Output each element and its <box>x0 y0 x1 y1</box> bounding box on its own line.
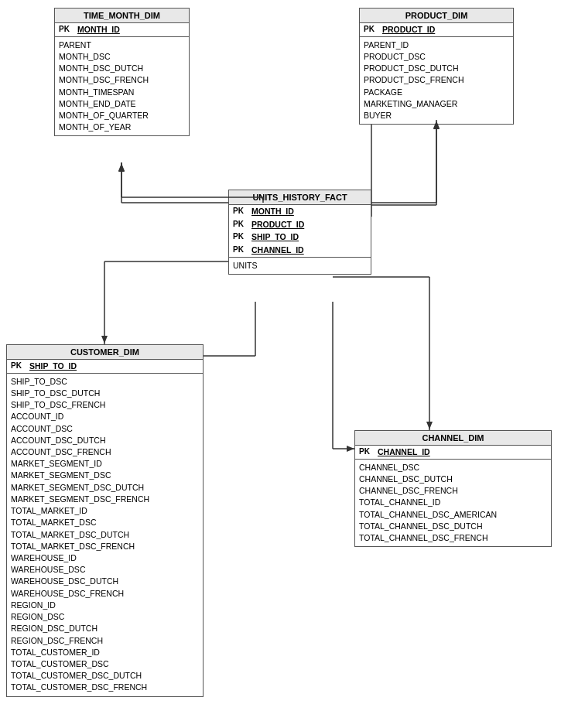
field-channel-dsc-french: CHANNEL_DSC_FRENCH <box>359 485 547 497</box>
product-dim-table: PRODUCT_DIM PK PRODUCT_ID PARENT_ID PROD… <box>359 8 514 125</box>
pk-label-4: PK <box>233 244 247 255</box>
fact-channel-id: CHANNEL_ID <box>251 244 304 256</box>
time-month-dim-pk-section: PK MONTH_ID <box>55 23 189 37</box>
field-total-channel-dsc-american: TOTAL_CHANNEL_DSC_AMERICAN <box>359 509 547 521</box>
channel-dim-title: CHANNEL_DIM <box>355 431 551 446</box>
field-total-customer-dsc-french: TOTAL_CUSTOMER_DSC_FRENCH <box>11 682 199 693</box>
time-month-dim-fields: PARENT MONTH_DSC MONTH_DSC_DUTCH MONTH_D… <box>55 37 189 136</box>
field-parent: PARENT <box>59 39 185 51</box>
svg-marker-2 <box>118 164 125 172</box>
ship-to-id-field: SHIP_TO_ID <box>29 361 77 372</box>
customer-dim-fields: SHIP_TO_DSC SHIP_TO_DSC_DUTCH SHIP_TO_DS… <box>7 374 203 696</box>
fact-month-id: MONTH_ID <box>251 206 294 217</box>
field-month-end-date: MONTH_END_DATE <box>59 98 185 110</box>
field-market-segment-dsc: MARKET_SEGMENT_DSC <box>11 470 199 481</box>
svg-marker-14 <box>347 446 354 452</box>
field-region-id: REGION_ID <box>11 600 199 611</box>
field-total-customer-dsc: TOTAL_CUSTOMER_DSC <box>11 658 199 670</box>
field-month-timespan: MONTH_TIMESPAN <box>59 87 185 98</box>
field-product-dsc: PRODUCT_DSC <box>364 51 509 63</box>
channel-dim-pk-section: PK CHANNEL_ID <box>355 446 551 460</box>
pk-label: PK <box>59 24 73 35</box>
field-warehouse-dsc: WAREHOUSE_DSC <box>11 564 199 576</box>
field-warehouse-dsc-dutch: WAREHOUSE_DSC_DUTCH <box>11 576 199 587</box>
channel-id-field: CHANNEL_ID <box>378 446 430 458</box>
field-parent-id: PARENT_ID <box>364 39 509 51</box>
fact-ship-to-id: SHIP_TO_ID <box>251 231 299 243</box>
field-market-segment-dsc-french: MARKET_SEGMENT_DSC_FRENCH <box>11 494 199 505</box>
product-dim-fields: PARENT_ID PRODUCT_DSC PRODUCT_DSC_DUTCH … <box>360 37 513 125</box>
units-history-fact-fields: UNITS <box>229 258 371 274</box>
month-id-field: MONTH_ID <box>77 24 120 36</box>
field-warehouse-dsc-french: WAREHOUSE_DSC_FRENCH <box>11 588 199 600</box>
channel-dim-fields: CHANNEL_DSC CHANNEL_DSC_DUTCH CHANNEL_DS… <box>355 460 551 547</box>
field-total-customer-dsc-dutch: TOTAL_CUSTOMER_DSC_DUTCH <box>11 670 199 682</box>
field-account-dsc: ACCOUNT_DSC <box>11 423 199 435</box>
field-month-dsc: MONTH_DSC <box>59 51 185 63</box>
pk-label: PK <box>364 24 378 35</box>
field-channel-dsc-dutch: CHANNEL_DSC_DUTCH <box>359 473 547 485</box>
field-month-dsc-french: MONTH_DSC_FRENCH <box>59 74 185 86</box>
customer-dim-title: CUSTOMER_DIM <box>7 345 203 360</box>
field-warehouse-id: WAREHOUSE_ID <box>11 552 199 564</box>
field-ship-to-dsc-dutch: SHIP_TO_DSC_DUTCH <box>11 388 199 399</box>
field-package: PACKAGE <box>364 87 509 98</box>
field-region-dsc: REGION_DSC <box>11 611 199 623</box>
pk-label: PK <box>11 361 25 371</box>
field-buyer: BUYER <box>364 110 509 121</box>
field-product-dsc-french: PRODUCT_DSC_FRENCH <box>364 74 509 86</box>
field-marketing-manager: MARKETING_MANAGER <box>364 98 509 110</box>
field-month-dsc-dutch: MONTH_DSC_DUTCH <box>59 63 185 74</box>
field-total-channel-dsc-french: TOTAL_CHANNEL_DSC_FRENCH <box>359 532 547 544</box>
svg-marker-18 <box>118 163 125 171</box>
field-month-of-year: MONTH_OF_YEAR <box>59 121 185 133</box>
field-region-dsc-dutch: REGION_DSC_DUTCH <box>11 623 199 634</box>
field-account-dsc-dutch: ACCOUNT_DSC_DUTCH <box>11 435 199 446</box>
svg-marker-24 <box>101 336 108 343</box>
customer-dim-table: CUSTOMER_DIM PK SHIP_TO_ID SHIP_TO_DSC S… <box>6 344 204 697</box>
field-total-market-dsc-dutch: TOTAL_MARKET_DSC_DUTCH <box>11 529 199 541</box>
field-account-id: ACCOUNT_ID <box>11 411 199 422</box>
field-channel-dsc: CHANNEL_DSC <box>359 462 547 473</box>
field-month-of-quarter: MONTH_OF_QUARTER <box>59 110 185 121</box>
field-product-dsc-dutch: PRODUCT_DSC_DUTCH <box>364 63 509 74</box>
diagram-container: TIME_MONTH_DIM PK MONTH_ID PARENT MONTH_… <box>0 0 561 728</box>
pk-label-3: PK <box>233 231 247 242</box>
field-region-dsc-french: REGION_DSC_FRENCH <box>11 635 199 647</box>
time-month-dim-title: TIME_MONTH_DIM <box>55 9 189 23</box>
pk-label-1: PK <box>233 206 247 217</box>
field-total-market-id: TOTAL_MARKET_ID <box>11 505 199 517</box>
field-market-segment-dsc-dutch: MARKET_SEGMENT_DSC_DUTCH <box>11 482 199 494</box>
pk-label-2: PK <box>233 219 247 230</box>
svg-marker-27 <box>426 422 433 429</box>
pk-label: PK <box>359 446 373 457</box>
field-total-market-dsc-french: TOTAL_MARKET_DSC_FRENCH <box>11 541 199 552</box>
units-history-fact-pk-section: PK MONTH_ID PK PRODUCT_ID PK SHIP_TO_ID … <box>229 205 371 258</box>
units-history-fact-title: UNITS_HISTORY_FACT <box>229 190 371 205</box>
field-total-channel-id: TOTAL_CHANNEL_ID <box>359 497 547 508</box>
field-total-market-dsc: TOTAL_MARKET_DSC <box>11 517 199 528</box>
product-id-field: PRODUCT_ID <box>382 24 435 36</box>
field-market-segment-id: MARKET_SEGMENT_ID <box>11 458 199 470</box>
field-total-channel-dsc-dutch: TOTAL_CHANNEL_DSC_DUTCH <box>359 521 547 532</box>
customer-dim-pk-section: PK SHIP_TO_ID <box>7 360 203 374</box>
field-units: UNITS <box>233 260 367 272</box>
field-ship-to-dsc-french: SHIP_TO_DSC_FRENCH <box>11 399 199 411</box>
field-ship-to-dsc: SHIP_TO_DSC <box>11 376 199 388</box>
fact-product-id: PRODUCT_ID <box>251 219 304 231</box>
field-account-dsc-french: ACCOUNT_DSC_FRENCH <box>11 446 199 458</box>
channel-dim-table: CHANNEL_DIM PK CHANNEL_ID CHANNEL_DSC CH… <box>354 430 552 547</box>
product-dim-pk-section: PK PRODUCT_ID <box>360 23 513 37</box>
units-history-fact-table: UNITS_HISTORY_FACT PK MONTH_ID PK PRODUC… <box>228 190 371 275</box>
field-total-customer-id: TOTAL_CUSTOMER_ID <box>11 647 199 658</box>
product-dim-title: PRODUCT_DIM <box>360 9 513 23</box>
time-month-dim-table: TIME_MONTH_DIM PK MONTH_ID PARENT MONTH_… <box>54 8 190 136</box>
